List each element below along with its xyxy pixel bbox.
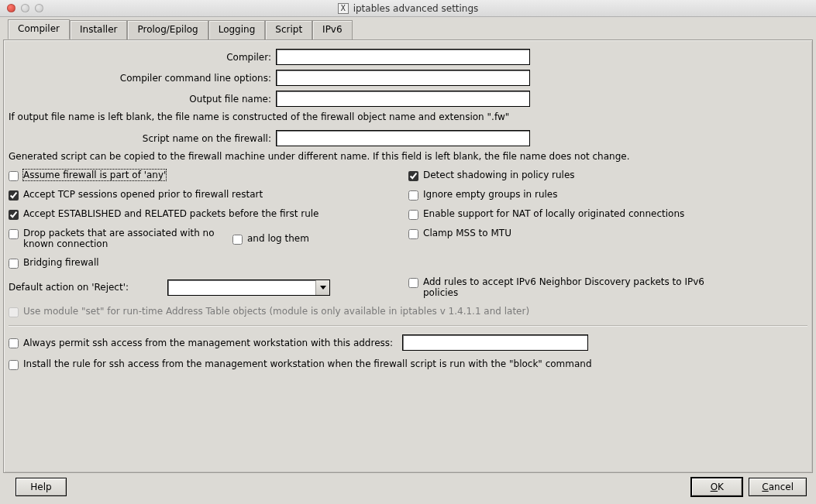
chk-bridging[interactable]: Bridging firewall bbox=[9, 257, 404, 269]
chk-and-log-box[interactable] bbox=[232, 235, 243, 245]
tab-bar: Compiler Installer Prolog/Epilog Logging… bbox=[3, 19, 813, 39]
cmdline-input[interactable] bbox=[276, 70, 530, 86]
chk-accept-tcp-box[interactable] bbox=[9, 190, 19, 201]
chk-use-set: Use module "set" for run-time Address Ta… bbox=[9, 306, 807, 317]
chk-drop-unknown[interactable]: Drop packets that are associated with no… bbox=[9, 228, 225, 249]
output-label: Output file name: bbox=[9, 94, 276, 105]
output-note: If output file name is left blank, the f… bbox=[9, 111, 807, 122]
compiler-tab-content: Compiler: Compiler command line options:… bbox=[4, 40, 812, 472]
reject-select-value bbox=[168, 280, 315, 295]
chk-ssh-always-label: Always permit ssh access from the manage… bbox=[23, 338, 393, 348]
separator bbox=[9, 325, 807, 327]
tab-prolog-epilog[interactable]: Prolog/Epilog bbox=[127, 20, 208, 40]
window-body: Compiler Installer Prolog/Epilog Logging… bbox=[0, 17, 816, 504]
tab-logging[interactable]: Logging bbox=[208, 20, 266, 40]
chk-clamp-mss-box[interactable] bbox=[408, 229, 418, 239]
chk-bridging-label: Bridging firewall bbox=[23, 257, 99, 268]
chk-ipv6-nd[interactable]: Add rules to accept IPv6 Neighbor Discov… bbox=[408, 276, 807, 298]
chk-assume-any[interactable]: Assume firewall is part of 'any' bbox=[9, 170, 404, 181]
tab-installer[interactable]: Installer bbox=[70, 20, 127, 40]
chk-ignore-empty-box[interactable] bbox=[408, 190, 418, 201]
chk-bridging-box[interactable] bbox=[9, 259, 19, 269]
chk-drop-unknown-label: Drop packets that are associated with no… bbox=[23, 228, 225, 249]
scriptname-note: Generated script can be copied to the fi… bbox=[9, 151, 807, 162]
chk-nat-local-box[interactable] bbox=[408, 210, 418, 220]
chk-assume-any-label: Assume firewall is part of 'any' bbox=[23, 170, 166, 180]
help-button[interactable]: Help bbox=[15, 478, 67, 496]
chk-ssh-always-box[interactable] bbox=[9, 338, 19, 348]
chk-ssh-block-label: Install the rule for ssh access from the… bbox=[23, 358, 592, 369]
chk-accept-tcp[interactable]: Accept TCP sessions opened prior to fire… bbox=[9, 189, 404, 201]
compiler-label: Compiler: bbox=[9, 52, 276, 63]
reject-select[interactable] bbox=[167, 279, 330, 296]
window-title-text: iptables advanced settings bbox=[353, 3, 479, 14]
chk-and-log-label: and log them bbox=[247, 233, 309, 244]
output-input[interactable] bbox=[276, 91, 530, 107]
cmdline-label: Compiler command line options: bbox=[9, 73, 276, 84]
app-x-icon: X bbox=[338, 3, 349, 14]
chevron-down-icon bbox=[320, 286, 326, 290]
chk-nat-local-label: Enable support for NAT of locally origin… bbox=[423, 208, 684, 219]
chk-clamp-mss-label: Clamp MSS to MTU bbox=[423, 228, 511, 238]
chk-nat-local[interactable]: Enable support for NAT of locally origin… bbox=[408, 208, 807, 220]
titlebar: X iptables advanced settings bbox=[0, 0, 816, 17]
chk-detect-shadow-label: Detect shadowing in policy rules bbox=[423, 170, 575, 180]
tab-script[interactable]: Script bbox=[265, 20, 312, 40]
chk-clamp-mss[interactable]: Clamp MSS to MTU bbox=[408, 228, 807, 249]
chk-accept-est-box[interactable] bbox=[9, 210, 19, 220]
ok-button[interactable]: OK bbox=[691, 478, 742, 496]
scriptname-input[interactable] bbox=[276, 130, 530, 146]
chk-detect-shadow[interactable]: Detect shadowing in policy rules bbox=[408, 170, 807, 181]
chk-ssh-always[interactable]: Always permit ssh access from the manage… bbox=[9, 334, 807, 351]
reject-select-button[interactable] bbox=[315, 280, 329, 295]
chk-accept-est-label: Accept ESTABLISHED and RELATED packets b… bbox=[23, 208, 318, 219]
chk-use-set-label: Use module "set" for run-time Address Ta… bbox=[23, 306, 529, 317]
chk-accept-tcp-label: Accept TCP sessions opened prior to fire… bbox=[23, 189, 263, 200]
scriptname-label: Script name on the firewall: bbox=[9, 133, 276, 144]
chk-detect-shadow-box[interactable] bbox=[408, 171, 418, 181]
window-title: X iptables advanced settings bbox=[0, 3, 816, 14]
chk-ipv6-nd-box[interactable] bbox=[408, 278, 418, 288]
compiler-input[interactable] bbox=[276, 49, 530, 65]
chk-ssh-block-box[interactable] bbox=[9, 360, 19, 370]
reject-label: Default action on 'Reject': bbox=[9, 282, 160, 293]
chk-and-log[interactable]: and log them bbox=[232, 233, 309, 245]
chk-ignore-empty[interactable]: Ignore empty groups in rules bbox=[408, 189, 807, 201]
tab-ipv6[interactable]: IPv6 bbox=[312, 20, 353, 40]
tab-page: Compiler: Compiler command line options:… bbox=[3, 39, 813, 473]
chk-ipv6-nd-label: Add rules to accept IPv6 Neighbor Discov… bbox=[423, 276, 718, 298]
ssh-address-input[interactable] bbox=[402, 334, 588, 351]
chk-assume-any-box[interactable] bbox=[9, 171, 19, 181]
chk-ignore-empty-label: Ignore empty groups in rules bbox=[423, 189, 557, 200]
chk-drop-unknown-box[interactable] bbox=[9, 229, 19, 239]
chk-accept-est[interactable]: Accept ESTABLISHED and RELATED packets b… bbox=[9, 208, 404, 220]
tab-compiler[interactable]: Compiler bbox=[8, 19, 70, 39]
chk-use-set-box bbox=[9, 307, 19, 317]
dialog-footer: Help OK Cancel bbox=[3, 473, 813, 504]
chk-ssh-block[interactable]: Install the rule for ssh access from the… bbox=[9, 358, 807, 370]
cancel-button[interactable]: Cancel bbox=[749, 478, 807, 496]
